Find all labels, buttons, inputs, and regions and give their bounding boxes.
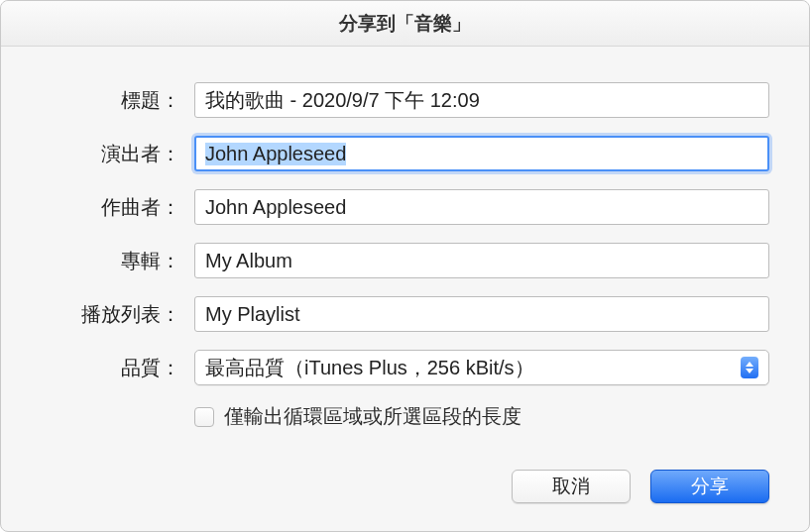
album-input[interactable] [194,243,769,278]
playlist-input[interactable] [194,296,769,332]
row-composer: 作曲者： [41,189,769,225]
row-quality: 品質： 最高品質（iTunes Plus，256 kBit/s） [41,350,769,385]
form-area: 標題： 演出者： 作曲者： 專輯： 播放列表： [1,47,809,470]
album-label: 專輯： [41,248,194,274]
export-cycle-label: 僅輸出循環區域或所選區段的長度 [224,403,521,430]
row-album: 專輯： [41,243,769,278]
quality-label: 品質： [41,355,194,381]
dialog-title: 分享到「音樂」 [339,11,471,37]
export-cycle-checkbox[interactable] [194,407,214,427]
title-label: 標題： [41,87,194,114]
row-artist: 演出者： [41,136,769,171]
updown-arrows-icon [741,357,758,378]
artist-label: 演出者： [41,141,194,167]
composer-label: 作曲者： [41,194,194,221]
playlist-label: 播放列表： [41,301,194,328]
dialog-titlebar: 分享到「音樂」 [1,1,809,47]
title-input[interactable] [194,82,769,118]
quality-select[interactable]: 最高品質（iTunes Plus，256 kBit/s） [194,350,769,385]
row-export-cycle: 僅輸出循環區域或所選區段的長度 [194,403,769,430]
row-title: 標題： [41,82,769,118]
quality-value: 最高品質（iTunes Plus，256 kBit/s） [205,355,741,381]
share-button[interactable]: 分享 [650,470,769,503]
composer-input[interactable] [194,189,769,225]
dialog-footer: 取消 分享 [1,470,809,531]
cancel-button[interactable]: 取消 [512,470,631,503]
share-to-music-dialog: 分享到「音樂」 標題： 演出者： 作曲者： 專輯： [0,0,810,532]
row-playlist: 播放列表： [41,296,769,332]
artist-input[interactable] [194,136,769,171]
